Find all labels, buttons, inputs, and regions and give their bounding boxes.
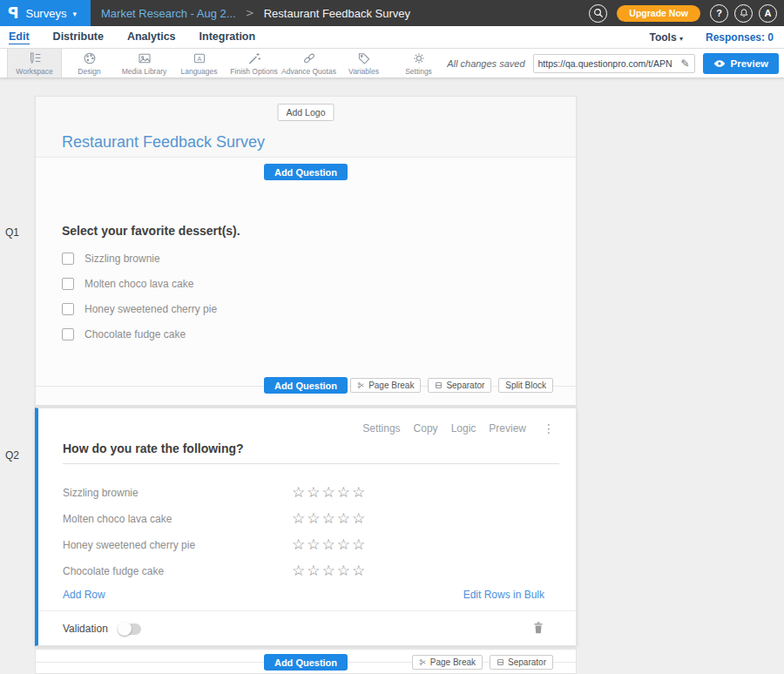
edit-rows-in-bulk-link[interactable]: Edit Rows in Bulk: [463, 589, 544, 601]
chevron-down-icon: ▾: [679, 35, 683, 43]
option-label[interactable]: Sizzling brownie: [84, 253, 160, 265]
preview-button[interactable]: Preview: [703, 53, 779, 74]
languages-icon: A: [193, 51, 206, 65]
help-button[interactable]: ?: [710, 4, 728, 23]
star-icon[interactable]: ☆: [307, 511, 320, 526]
star-icon[interactable]: ☆: [352, 511, 365, 526]
star-icon[interactable]: ☆: [352, 563, 365, 578]
question-preview-link[interactable]: Preview: [489, 422, 526, 435]
survey-url-box: ✎: [533, 54, 695, 73]
tab-edit[interactable]: Edit: [9, 30, 30, 44]
toolbar-item-media-library[interactable]: Media Library: [117, 49, 172, 78]
separator-button[interactable]: Separator: [490, 655, 553, 670]
search-button[interactable]: [589, 4, 607, 23]
responses-count[interactable]: Responses: 0: [706, 31, 774, 44]
toolbar-item-languages[interactable]: A Languages: [172, 49, 226, 78]
split-block-button[interactable]: Split Block: [498, 378, 553, 393]
surveys-app-menu[interactable]: P Surveys ▾: [0, 0, 91, 26]
add-question-button-bottom[interactable]: Add Question: [264, 654, 348, 671]
breadcrumb-survey-name[interactable]: Restaurant Feedback Survey: [264, 7, 410, 20]
page-break-button[interactable]: Page Break: [350, 378, 421, 393]
survey-header: Add Logo Restaurant Feedback Survey: [36, 97, 576, 158]
rating-row-label[interactable]: Honey sweetened cherry pie: [63, 539, 195, 551]
star-icon[interactable]: ☆: [352, 537, 365, 552]
star-rating: ☆☆☆☆☆: [292, 563, 365, 578]
star-icon[interactable]: ☆: [337, 511, 350, 526]
notifications-button[interactable]: [734, 4, 753, 23]
rating-row-label[interactable]: Chocolate fudge cake: [63, 565, 164, 577]
star-rating: ☆☆☆☆☆: [292, 485, 365, 500]
upgrade-now-button[interactable]: Upgrade Now: [617, 5, 700, 22]
add-row-link[interactable]: Add Row: [63, 589, 105, 601]
star-icon[interactable]: ☆: [292, 511, 305, 526]
account-avatar[interactable]: A: [759, 4, 777, 23]
question-settings-link[interactable]: Settings: [362, 422, 400, 435]
star-icon[interactable]: ☆: [322, 537, 335, 552]
add-question-button-top[interactable]: Add Question: [264, 164, 348, 180]
star-icon[interactable]: ☆: [337, 537, 350, 552]
edit-url-pencil-icon[interactable]: ✎: [677, 57, 694, 70]
star-icon[interactable]: ☆: [307, 563, 320, 578]
more-options-icon[interactable]: ⋮: [543, 421, 555, 435]
separator-icon: [435, 381, 443, 389]
toolbar-item-finish-options[interactable]: Finish Options: [226, 49, 281, 78]
tab-analytics[interactable]: Analytics: [127, 30, 176, 44]
survey-title[interactable]: Restaurant Feedback Survey: [62, 133, 265, 152]
star-icon[interactable]: ☆: [292, 485, 305, 500]
trash-icon: [532, 621, 544, 635]
svg-text:A: A: [197, 54, 201, 62]
star-icon[interactable]: ☆: [322, 511, 335, 526]
option-label[interactable]: Molten choco lava cake: [84, 278, 193, 290]
checkbox[interactable]: [62, 328, 74, 340]
checkbox[interactable]: [62, 303, 74, 315]
question-copy-link[interactable]: Copy: [414, 422, 438, 435]
option-label[interactable]: Honey sweetened cherry pie: [84, 303, 217, 315]
question-card-q2-selected[interactable]: Settings Copy Logic Preview ⋮ How do you…: [35, 408, 577, 646]
star-icon[interactable]: ☆: [322, 563, 335, 578]
star-icon[interactable]: ☆: [322, 485, 335, 500]
toolbar-item-variables[interactable]: Variables: [336, 49, 391, 78]
star-icon[interactable]: ☆: [337, 485, 350, 500]
star-icon[interactable]: ☆: [292, 563, 305, 578]
editor-toolbar: Workspace Design Media Library A Languag…: [0, 49, 784, 78]
nav-right: Tools ▾ Responses: 0: [650, 31, 776, 44]
q1-option-row: Chocolate fudge cake: [62, 328, 186, 340]
option-label[interactable]: Chocolate fudge cake: [84, 328, 186, 340]
tools-menu[interactable]: Tools ▾: [650, 31, 683, 44]
add-question-button-mid[interactable]: Add Question: [264, 377, 348, 394]
validation-label: Validation: [63, 623, 108, 635]
rating-row-label[interactable]: Sizzling brownie: [63, 487, 139, 499]
q2-question-text[interactable]: How do you rate the following?: [63, 441, 559, 464]
toolbar-item-settings[interactable]: Settings: [391, 49, 446, 78]
question-logic-link[interactable]: Logic: [451, 422, 476, 435]
breadcrumb-folder[interactable]: Market Research - Aug 2...: [101, 7, 236, 20]
design-icon: [83, 51, 97, 65]
checkbox[interactable]: [62, 253, 74, 265]
q1-question-text[interactable]: Select your favorite dessert(s).: [62, 224, 240, 238]
main-nav: Edit Distribute Analytics Integration To…: [0, 26, 784, 49]
bell-icon: [739, 8, 749, 18]
star-icon[interactable]: ☆: [307, 485, 320, 500]
delete-question-button[interactable]: [532, 621, 544, 638]
star-icon[interactable]: ☆: [337, 563, 350, 578]
star-icon[interactable]: ☆: [352, 485, 365, 500]
checkbox[interactable]: [62, 278, 74, 290]
validation-toggle[interactable]: [118, 623, 141, 635]
star-icon[interactable]: ☆: [292, 537, 305, 552]
survey-url-input[interactable]: [534, 58, 677, 69]
workspace-icon: [28, 51, 42, 65]
tab-distribute[interactable]: Distribute: [53, 30, 104, 44]
block-actions: Page Break Separator Split Block: [350, 378, 553, 393]
rating-row-label[interactable]: Molten choco lava cake: [63, 513, 172, 525]
star-icon[interactable]: ☆: [307, 537, 320, 552]
separator-button[interactable]: Separator: [428, 378, 491, 393]
add-logo-button[interactable]: Add Logo: [278, 104, 335, 121]
toolbar-item-advance-quotas[interactable]: Advance Quotas: [281, 49, 336, 78]
toolbar-item-workspace[interactable]: Workspace: [7, 49, 62, 78]
eye-icon: [713, 59, 726, 68]
media-library-icon: [138, 51, 152, 65]
toggle-knob: [118, 622, 132, 636]
toolbar-item-design[interactable]: Design: [62, 49, 117, 78]
tab-integration[interactable]: Integration: [199, 30, 256, 44]
page-break-button[interactable]: Page Break: [412, 655, 483, 670]
